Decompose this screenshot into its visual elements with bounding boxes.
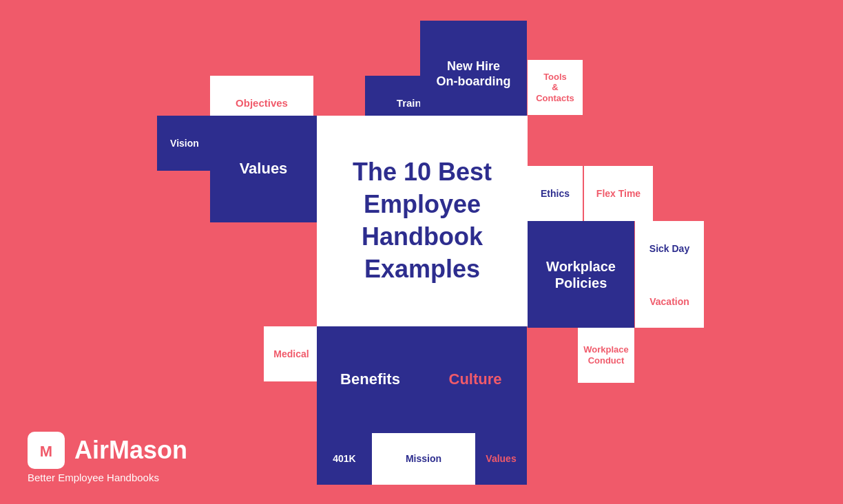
tile-label-vacation: Vacation xyxy=(649,296,689,308)
tile-sick-day: Sick Day xyxy=(635,221,704,276)
tile-label-workplace-policies: Workplace Policies xyxy=(546,258,616,291)
tile-label-ethics: Ethics xyxy=(541,188,570,200)
brand-row: M AirMason xyxy=(28,432,187,469)
tile-label-mission: Mission xyxy=(406,453,441,465)
tile-label-flex-time: Flex Time xyxy=(596,188,641,200)
tile-values-bottom: Values xyxy=(475,433,527,485)
tile-label-sick-day: Sick Day xyxy=(649,243,689,255)
tile-flex-time: Flex Time xyxy=(584,166,653,221)
tile-401k: 401K xyxy=(317,433,372,485)
svg-rect-2 xyxy=(38,439,43,445)
main-canvas: ObjectivesTrainingNew Hire On-boardingTo… xyxy=(0,0,843,504)
tile-label-medical: Medical xyxy=(273,348,309,360)
tile-vision: Vision xyxy=(157,116,212,171)
tile-benefits: Benefits xyxy=(317,326,424,433)
tile-label-new-hire: New Hire On-boarding xyxy=(437,59,511,89)
tile-label-workplace-conduct: Workplace Conduct xyxy=(583,344,629,366)
tile-label-culture: Culture xyxy=(449,370,502,388)
brand-icon: M xyxy=(28,432,65,469)
tile-vacation: Vacation xyxy=(635,276,704,328)
tile-label-401k: 401K xyxy=(333,453,355,465)
tile-culture: Culture xyxy=(424,326,527,433)
brand-area: M AirMason Better Employee Handbooks xyxy=(28,432,187,483)
tile-workplace-conduct: Workplace Conduct xyxy=(578,328,634,383)
tile-label-tools-contacts: Tools & Contacts xyxy=(536,72,574,104)
brand-name: AirMason xyxy=(74,436,187,465)
main-title: The 10 Best Employee Handbook Examples xyxy=(317,156,528,285)
tile-label-values-left: Values xyxy=(240,160,288,178)
tile-label-vision: Vision xyxy=(170,138,199,149)
tile-medical: Medical xyxy=(264,326,319,381)
brand-tagline: Better Employee Handbooks xyxy=(28,472,187,483)
tile-label-objectives: Objectives xyxy=(236,97,288,109)
tile-new-hire: New Hire On-boarding xyxy=(420,21,527,127)
tile-label-benefits: Benefits xyxy=(340,370,400,388)
tile-ethics: Ethics xyxy=(528,166,583,221)
tile-values-left: Values xyxy=(210,116,317,222)
tile-mission: Mission xyxy=(372,433,475,485)
tile-label-values-bottom: Values xyxy=(486,453,516,465)
tile-tools-contacts: Tools & Contacts xyxy=(528,60,583,115)
center-title-tile: The 10 Best Employee Handbook Examples xyxy=(317,116,528,326)
tile-workplace-policies: Workplace Policies xyxy=(528,221,634,328)
svg-rect-3 xyxy=(49,439,54,445)
